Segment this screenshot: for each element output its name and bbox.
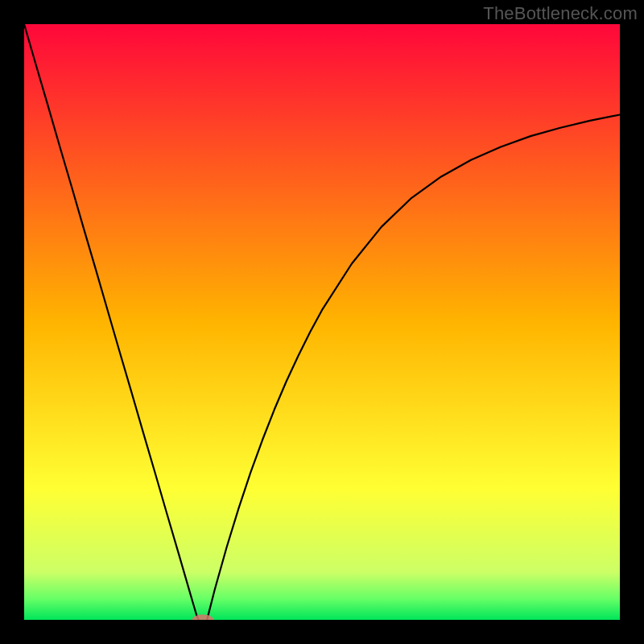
watermark-text: TheBottleneck.com [483,3,638,24]
chart-plot-area [24,24,620,620]
chart-container: TheBottleneck.com [0,0,644,644]
chart-background [24,24,620,620]
